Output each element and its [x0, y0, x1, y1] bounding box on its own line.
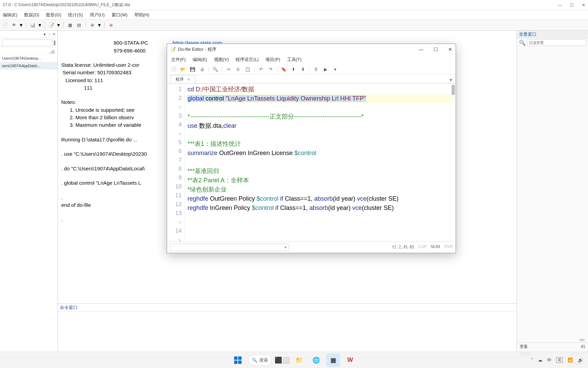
tray-network-icon[interactable]: 📶	[568, 357, 573, 363]
tray-ime-zh[interactable]: 中	[547, 357, 552, 363]
copy-icon[interactable]: ⎘	[235, 66, 241, 73]
history-filter-input[interactable]	[2, 40, 52, 46]
variables-panel: 变量窗口 🔍 dta 变量41 观测数456,247	[517, 31, 588, 358]
dofile-menu-tools[interactable]: 工具(T)	[287, 57, 302, 63]
break-icon[interactable]: ⊗	[108, 22, 114, 28]
tray-ime-en[interactable]: 英	[556, 357, 563, 363]
close-panel-icon[interactable]: ✕	[52, 32, 55, 36]
search-icon: 🔍	[252, 357, 257, 363]
menu-user[interactable]: 用户(U)	[90, 12, 105, 18]
bookmark-next-icon[interactable]: ⬇	[300, 66, 306, 73]
new-icon[interactable]: 📄	[170, 66, 177, 73]
dofile-titlebar[interactable]: 📝 Do-file Editor - 程序 — ☐ ✕	[167, 44, 456, 55]
tray-onedrive-icon[interactable]: ☁	[538, 357, 542, 363]
open-folder-icon[interactable]: 📂	[180, 66, 186, 73]
stata-menubar: 编辑(E) 数据(D) 图形(G) 统计(S) 用户(U) 窗口(W) 帮助(H…	[0, 10, 588, 20]
history-item[interactable]: Users\19074\Desktop...	[0, 55, 58, 62]
undo-icon[interactable]: ↶	[258, 66, 264, 73]
windows-taskbar: 🔍 搜索 ⬛⬜ 📁 🌐 ▦ W ˄ ☁ 中 英 📶 🔊	[0, 352, 588, 368]
dofile-maximize-button[interactable]: ☐	[434, 47, 438, 52]
dofile-close-button[interactable]: ✕	[448, 47, 452, 52]
minimize-button[interactable]: —	[558, 3, 562, 7]
save-icon[interactable]: 💾	[190, 66, 196, 73]
wps-icon[interactable]: W	[343, 353, 357, 367]
bookmark-prev-icon[interactable]: ⬆	[290, 66, 296, 73]
tray-chevron-icon[interactable]: ˄	[531, 357, 533, 363]
dofile-menu-edit[interactable]: 编辑(E)	[193, 57, 207, 63]
cap-indicator: CAP	[418, 244, 427, 250]
dofile-app-icon: 📝	[170, 47, 176, 52]
run-icon[interactable]: ▶	[323, 66, 329, 73]
info-icon[interactable]: i	[54, 40, 55, 46]
maximize-button[interactable]: ☐	[570, 3, 574, 7]
dofile-menu-file[interactable]: 文件(F)	[171, 57, 186, 63]
num-indicator: NUM	[431, 244, 440, 250]
sort-icon[interactable]: ↕	[49, 32, 51, 36]
stata-task-icon[interactable]: ▦	[326, 353, 340, 367]
dta-label: dta	[517, 337, 588, 342]
open-icon[interactable]: 📄	[2, 22, 8, 28]
dofile-title-text: Do-file Editor - 程序	[178, 46, 216, 52]
dofile-icon[interactable]: 📝	[48, 22, 54, 28]
dofile-tab-program[interactable]: 程序 ✕	[170, 75, 195, 83]
history-panel: ▼ ↕ ✕ i _rc Users\19074\Desktop... sers\…	[0, 31, 58, 358]
data-editor-icon[interactable]: ▦	[67, 22, 73, 28]
svg-rect-1	[238, 356, 242, 360]
svg-rect-0	[234, 356, 238, 360]
dofile-menu-lang[interactable]: 程序语言(L)	[235, 57, 259, 63]
tab-close-icon[interactable]: ✕	[187, 77, 190, 82]
code-scrollbar[interactable]	[452, 85, 455, 95]
taskbar-search[interactable]: 🔍 搜索	[248, 355, 272, 366]
find-icon[interactable]: 🔍	[212, 66, 218, 73]
search-icon: 🔍	[519, 40, 526, 46]
data-browser-icon[interactable]: ▤	[76, 22, 82, 28]
dofile-menubar: 文件(F) 编辑(E) 视图(V) 程序语言(L) 项目(P) 工具(T)	[167, 55, 456, 64]
task-view-icon[interactable]: ⬛⬜	[275, 353, 289, 367]
stata-titlebar: 17.0 - C:\Users\19074\Desktop\2023010510…	[0, 0, 588, 10]
menu-graph[interactable]: 图形(G)	[46, 12, 61, 18]
dofile-tabs: 程序 ✕ ▾	[167, 75, 456, 83]
print-icon[interactable]: 🖨	[199, 66, 205, 73]
rc-header[interactable]: _rc	[0, 48, 58, 55]
graph-icon[interactable]: 📊	[30, 22, 36, 28]
menu-help[interactable]: 帮助(H)	[134, 12, 149, 18]
title-text: 17.0 - C:\Users\19074\Desktop\2023010510…	[3, 2, 130, 8]
code-editor[interactable]: cd D:/中国工业经济/数据 global control "LnAge Ln…	[185, 83, 456, 241]
start-button[interactable]	[231, 353, 245, 367]
match-icon[interactable]: ⚲	[313, 66, 319, 73]
tabs-dropdown-icon[interactable]: ▾	[450, 77, 452, 83]
dofile-minimize-button[interactable]: —	[419, 47, 423, 52]
tray-volume-icon[interactable]: 🔊	[578, 357, 583, 363]
menu-window[interactable]: 窗口(W)	[112, 12, 128, 18]
dofile-menu-project[interactable]: 项目(P)	[265, 57, 280, 63]
ovr-indicator: OVR	[444, 244, 453, 250]
menu-stat[interactable]: 统计(S)	[68, 12, 83, 18]
redo-icon[interactable]: ↷	[267, 66, 274, 73]
history-item[interactable]: sers\19074\AppData\...	[0, 62, 58, 70]
menu-edit[interactable]: 编辑(E)	[3, 12, 17, 18]
variables-panel-title: 变量窗口	[517, 31, 588, 38]
cursor-position: 行: 2, 列: 65	[392, 244, 414, 250]
line-gutter: 12↳34↳5678910111213↳14↳	[167, 83, 185, 241]
menu-data[interactable]: 数据(D)	[24, 12, 39, 18]
dofile-footer: ▾ 行: 2, 列: 65 CAP NUM OVR	[167, 241, 456, 253]
filter-icon[interactable]: ▼	[43, 32, 47, 36]
dofile-editor-window: 📝 Do-file Editor - 程序 — ☐ ✕ 文件(F) 编辑(E) …	[167, 44, 456, 253]
more-icon[interactable]: ⊕	[89, 22, 95, 28]
variable-filter-input[interactable]	[527, 39, 586, 46]
edge-icon[interactable]: 🌐	[309, 353, 323, 367]
cut-icon[interactable]: ✂	[226, 66, 232, 73]
command-panel[interactable]: 命令窗口	[58, 303, 517, 358]
svg-rect-3	[238, 361, 242, 364]
run-dropdown-icon[interactable]: ▾	[332, 66, 338, 73]
stata-toolbar: 📄 👁 ▾ 📊 ▾ 📝 ▾ ▦ ▤ ⊕ ▾ ⊗	[0, 20, 588, 31]
explorer-icon[interactable]: 📁	[292, 353, 306, 367]
bookmark-toggle-icon[interactable]: 🔖	[281, 66, 287, 73]
dofile-menu-view[interactable]: 视图(V)	[214, 57, 229, 63]
dofile-toolbar: 📄 📂 💾 🖨 🔍 ✂ ⎘ 📋 ↶ ↷ 🔖 ⬆ ⬇ ⚲ ▶ ▾	[167, 64, 456, 75]
svg-rect-2	[234, 361, 238, 364]
dofile-combo[interactable]: ▾	[170, 244, 289, 251]
close-button[interactable]: ✕	[582, 3, 585, 7]
paste-icon[interactable]: 📋	[245, 66, 251, 73]
view-icon[interactable]: 👁	[11, 22, 17, 28]
